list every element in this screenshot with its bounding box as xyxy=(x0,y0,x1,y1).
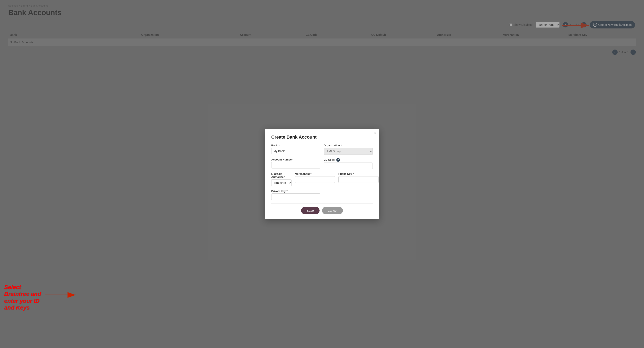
merchant-id-label: Merchant Id * xyxy=(295,172,335,175)
braintree-arrow-svg xyxy=(45,292,78,298)
modal-actions: Save Cancel xyxy=(271,207,373,214)
form-row-2: Account Number GL Code ? xyxy=(271,158,373,169)
braintree-arrow-annotation xyxy=(45,292,78,299)
form-row-1: Bank * Organization * AMI Group xyxy=(271,144,373,155)
form-group-gl-code: GL Code ? xyxy=(324,158,373,169)
ecredit-authorizer-select[interactable]: Braintree None Other xyxy=(271,179,292,186)
gl-code-label: GL Code ? xyxy=(324,158,373,162)
private-key-label: Private Key * xyxy=(271,190,320,193)
save-button[interactable]: Save xyxy=(301,207,320,214)
merchant-id-input[interactable] xyxy=(295,176,335,183)
public-key-label: Public Key * xyxy=(338,172,379,175)
bank-input[interactable] xyxy=(271,148,320,154)
form-row-3: E-Credit Authorizer Braintree None Other… xyxy=(271,172,373,186)
organization-label: Organization * xyxy=(324,144,373,147)
cancel-button[interactable]: Cancel xyxy=(322,207,343,214)
modal-close-button[interactable]: × xyxy=(374,131,376,135)
form-group-public-key: Public Key * xyxy=(338,172,379,186)
create-bank-account-modal: × Create Bank Account Bank * Organizatio… xyxy=(265,129,379,219)
form-group-private-key: Private Key * xyxy=(271,190,320,200)
select-braintree-annotation: Select Braintree and enter your ID and K… xyxy=(4,284,45,311)
annotation-text-content: Select Braintree and enter your ID and K… xyxy=(4,284,41,311)
form-row-4: Private Key * xyxy=(271,190,373,200)
form-group-bank: Bank * xyxy=(271,144,320,155)
account-number-label: Account Number xyxy=(271,158,320,161)
gl-code-help-icon[interactable]: ? xyxy=(336,158,340,162)
private-key-input[interactable] xyxy=(271,193,320,200)
form-group-merchant-id: Merchant Id * xyxy=(295,172,335,186)
modal-title: Create Bank Account xyxy=(271,135,373,140)
form-group-account-number: Account Number xyxy=(271,158,320,169)
organization-select[interactable]: AMI Group xyxy=(324,148,373,155)
public-key-input[interactable] xyxy=(338,176,379,183)
close-icon: × xyxy=(374,131,376,135)
gl-code-input[interactable] xyxy=(324,163,373,169)
form-group-organization: Organization * AMI Group xyxy=(324,144,373,155)
form-group-ecredit-authorizer: E-Credit Authorizer Braintree None Other xyxy=(271,172,292,186)
modal-overlay: × Create Bank Account Bank * Organizatio… xyxy=(0,0,644,348)
account-number-input[interactable] xyxy=(271,162,320,168)
ecredit-authorizer-label: E-Credit Authorizer xyxy=(271,172,292,179)
bank-label: Bank * xyxy=(271,144,320,147)
